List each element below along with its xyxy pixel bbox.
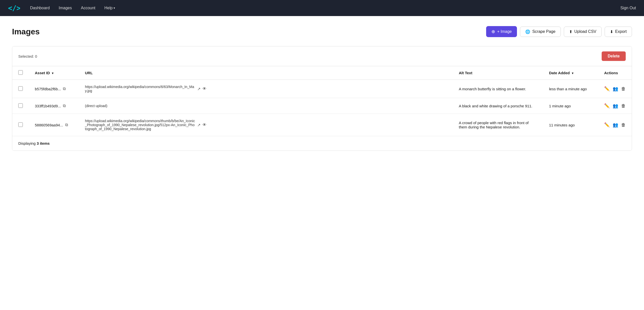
th-actions: Actions [598, 66, 632, 80]
th-date-added[interactable]: Date Added ▾ [543, 66, 598, 80]
add-image-label: + Image [497, 29, 512, 34]
row-checkbox-cell [12, 114, 29, 136]
delete-icon[interactable]: 🗑 [621, 122, 626, 128]
export-button[interactable]: ⬇ Export [605, 27, 632, 37]
row-3-actions: ✏️ 👥 🗑 [598, 114, 632, 136]
globe-icon: 🌐 [525, 29, 530, 34]
th-checkbox [12, 66, 29, 80]
row-2-url: (direct upload) [85, 104, 108, 108]
delete-button[interactable]: Delete [602, 51, 626, 61]
th-url: URL [79, 66, 453, 80]
preview-icon[interactable]: 👁 [202, 123, 206, 127]
users-icon-disabled: 👥 [613, 103, 618, 109]
th-asset-id[interactable]: Asset ID ▾ [29, 66, 79, 80]
upload-icon: ⬆ [569, 29, 572, 34]
row-1-asset-id-cell: b575fdba2f6b... ⧉ [29, 80, 79, 98]
actions-col-label: Actions [604, 71, 618, 75]
scrape-page-button[interactable]: 🌐 Scrape Page [520, 27, 561, 37]
table-footer-row: Displaying 3 items [12, 136, 632, 151]
selected-count: Selected: 0 [18, 54, 37, 58]
nav-links: Dashboard Images Account Help ▾ [30, 6, 620, 10]
row-2-actions: ✏️ 👥 🗑 [598, 98, 632, 114]
table-header-row: Asset ID ▾ URL Alt Text Date Added ▾ Act [12, 66, 632, 80]
nav-help[interactable]: Help ▾ [104, 6, 115, 10]
asset-id-col-label: Asset ID [35, 71, 50, 75]
export-icon: ⬇ [610, 29, 613, 34]
row-1-alt-text: A monarch butterfly is sitting on a flow… [453, 80, 543, 98]
displaying-count: Displaying 3 items [12, 136, 632, 151]
table-row: 58860569aa94... ⧉ https://upload.wikimed… [12, 114, 632, 136]
copy-icon[interactable]: ⧉ [63, 87, 66, 91]
row-2-asset-id-cell: 333ff1b493d9... ⧉ [29, 98, 79, 114]
nav-dashboard[interactable]: Dashboard [30, 6, 50, 10]
row-2-date: 1 minute ago [543, 98, 598, 114]
row-1-date: less than a minute ago [543, 80, 598, 98]
sort-desc-icon: ▾ [52, 71, 53, 75]
row-3-alt-text: A crowd of people with red flags in fron… [453, 114, 543, 136]
row-3-checkbox[interactable] [18, 122, 23, 127]
edit-icon[interactable]: ✏️ [604, 103, 610, 109]
edit-icon[interactable]: ✏️ [604, 86, 610, 92]
table-container: Selected: 0 Delete Asset ID ▾ URL [12, 46, 632, 151]
row-3-asset-id: 58860569aa94... [35, 123, 63, 127]
table-toolbar: Selected: 0 Delete [12, 46, 632, 66]
logo: </> [8, 4, 20, 12]
row-3-url-cell: https://upload.wikimedia.org/wikipedia/c… [79, 114, 453, 136]
nav-account[interactable]: Account [81, 6, 95, 10]
users-icon[interactable]: 👥 [613, 122, 618, 128]
row-2-checkbox[interactable] [18, 103, 23, 108]
scrape-page-label: Scrape Page [532, 29, 556, 34]
nav-images[interactable]: Images [59, 6, 72, 10]
copy-icon[interactable]: ⧉ [65, 123, 68, 127]
row-1-checkbox[interactable] [18, 86, 23, 91]
row-2-alt-text: A black and white drawing of a porsche 9… [453, 98, 543, 114]
date-sort-desc-icon: ▾ [572, 71, 573, 75]
images-table: Asset ID ▾ URL Alt Text Date Added ▾ Act [12, 66, 632, 150]
table-row: 333ff1b493d9... ⧉ (direct upload) A blac… [12, 98, 632, 114]
upload-csv-button[interactable]: ⬆ Upload CSV [564, 27, 602, 37]
preview-icon[interactable]: 👁 [202, 87, 206, 91]
logo-icon: </> [8, 4, 20, 12]
external-link-icon[interactable]: ↗ [197, 87, 200, 91]
sign-out-button[interactable]: Sign Out [620, 6, 636, 10]
delete-icon[interactable]: 🗑 [621, 103, 626, 109]
row-1-url: https://upload.wikimedia.org/wikipedia/c… [85, 85, 195, 93]
delete-icon[interactable]: 🗑 [621, 86, 626, 92]
row-1-asset-id: b575fdba2f6b... [35, 87, 61, 91]
svg-text:</>: </> [8, 4, 20, 12]
users-icon[interactable]: 👥 [613, 86, 618, 92]
row-2-url-cell: (direct upload) [79, 98, 453, 114]
plus-circle-icon: ⊕ [491, 29, 495, 34]
url-col-label: URL [85, 71, 93, 75]
main-content: Images ⊕ + Image 🌐 Scrape Page ⬆ Upload … [0, 16, 644, 310]
upload-csv-label: Upload CSV [574, 29, 596, 34]
help-label: Help [104, 6, 113, 10]
row-checkbox-cell [12, 80, 29, 98]
add-image-button[interactable]: ⊕ + Image [486, 26, 517, 37]
alt-text-col-label: Alt Text [459, 71, 472, 75]
row-2-asset-id: 333ff1b493d9... [35, 104, 61, 108]
header-actions: ⊕ + Image 🌐 Scrape Page ⬆ Upload CSV ⬇ E… [486, 26, 632, 37]
th-alt-text: Alt Text [453, 66, 543, 80]
row-3-date: 11 minutes ago [543, 114, 598, 136]
row-1-actions: ✏️ 👥 🗑 [598, 80, 632, 98]
chevron-down-icon: ▾ [114, 6, 115, 10]
select-all-checkbox[interactable] [18, 70, 23, 75]
edit-icon[interactable]: ✏️ [604, 122, 610, 128]
row-checkbox-cell [12, 98, 29, 114]
date-col-label: Date Added [549, 71, 570, 75]
export-label: Export [615, 29, 627, 34]
page-title: Images [12, 27, 40, 36]
external-link-icon[interactable]: ↗ [197, 123, 200, 127]
navbar: </> Dashboard Images Account Help ▾ Sign… [0, 0, 644, 16]
copy-icon[interactable]: ⧉ [63, 104, 66, 108]
row-3-asset-id-cell: 58860569aa94... ⧉ [29, 114, 79, 136]
page-header: Images ⊕ + Image 🌐 Scrape Page ⬆ Upload … [12, 26, 632, 37]
table-row: b575fdba2f6b... ⧉ https://upload.wikimed… [12, 80, 632, 98]
row-1-url-cell: https://upload.wikimedia.org/wikipedia/c… [79, 80, 453, 98]
row-3-url: https://upload.wikimedia.org/wikipedia/c… [85, 119, 195, 131]
